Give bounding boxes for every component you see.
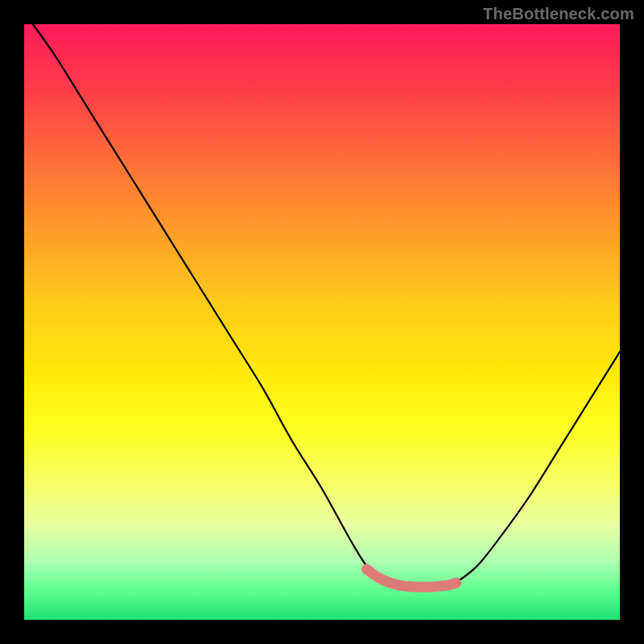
chart-frame: TheBottleneck.com: [0, 0, 644, 644]
curve-line: [24, 12, 620, 588]
plot-area: [24, 24, 620, 620]
chart-svg: [24, 24, 620, 620]
watermark-text: TheBottleneck.com: [483, 5, 634, 23]
highlight-segment: [367, 569, 456, 587]
